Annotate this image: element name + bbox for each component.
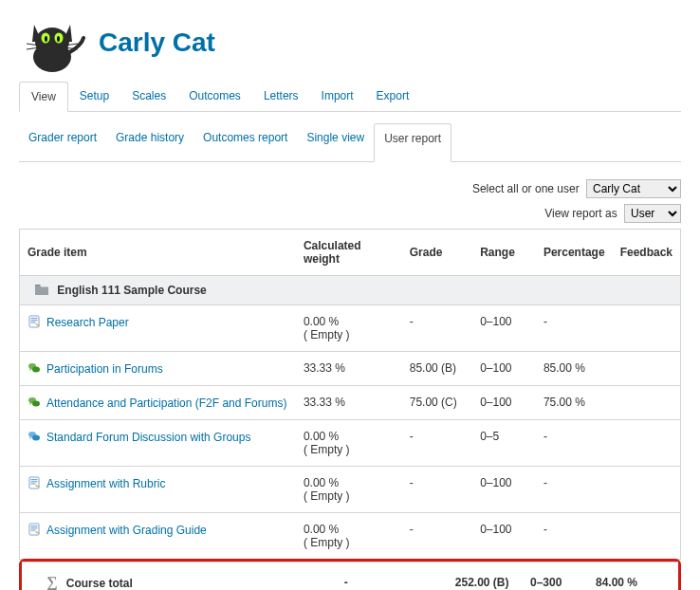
svg-rect-12 [31,320,38,321]
course-total-label: Course total [66,577,133,590]
grade-item-link[interactable]: Assignment with Grading Guide [46,524,207,537]
cell-weight: 33.33 % [296,352,402,386]
cell-range: 0–100 [472,467,536,513]
course-total-feedback [663,562,678,591]
table-row: Standard Forum Discussion with Groups0.0… [20,420,681,467]
tab-outcomes-report[interactable]: Outcomes report [193,123,297,152]
cell-weight: 0.00 %( Empty ) [296,305,402,352]
svg-point-15 [32,367,40,373]
assignment-icon [28,523,41,536]
forum-green-icon [28,361,41,375]
table-row: Participation in Forums33.33 %85.00 (B)0… [20,352,681,386]
grade-item-link[interactable]: Standard Forum Discussion with Groups [46,431,250,444]
forum-blue-icon [28,430,41,443]
col-weight: Calculated weight [296,230,402,276]
cell-percentage: 85.00 % [536,352,613,386]
cell-grade: - [402,420,472,467]
cell-weight: 33.33 % [296,386,402,420]
secondary-tabs: Grader report Grade history Outcomes rep… [19,112,681,162]
svg-rect-27 [31,529,36,530]
view-as-label: View report as [544,207,617,220]
tab-scales[interactable]: Scales [120,82,177,110]
table-row: Assignment with Rubric0.00 %( Empty )-0–… [20,467,681,513]
svg-rect-25 [31,525,38,526]
folder-icon [35,284,48,295]
course-total-row: ∑ Course total - 252.00 (B) 0–300 84.00 … [22,562,678,591]
svg-point-19 [32,435,40,441]
tab-user-report[interactable]: User report [374,123,451,162]
svg-rect-23 [31,483,36,484]
report-filters: Select all or one user Carly Cat View re… [19,179,681,223]
course-total-highlight: ∑ Course total - 252.00 (B) 0–300 84.00 … [19,559,681,590]
cell-percentage: 75.00 % [536,386,613,420]
view-as-dropdown[interactable]: User [624,204,681,223]
assignment-icon [28,476,41,489]
cell-percentage: - [536,467,613,513]
cell-grade: 75.00 (C) [402,386,472,420]
col-grade-item: Grade item [20,230,296,276]
table-row: Assignment with Grading Guide0.00 %( Emp… [20,513,681,560]
grade-item-link[interactable]: Participation in Forums [46,362,163,376]
primary-tabs: View Setup Scales Outcomes Letters Impor… [19,82,681,112]
cell-percentage: - [536,513,613,560]
course-total-weight: - [337,562,448,591]
page-title: Carly Cat [99,28,215,58]
cell-weight: 0.00 %( Empty ) [296,513,402,560]
select-user-dropdown[interactable]: Carly Cat [586,179,681,198]
grade-item-link[interactable]: Assignment with Rubric [46,477,165,490]
svg-point-1 [35,28,69,56]
cell-percentage: - [536,420,613,467]
cell-feedback [613,352,681,386]
svg-point-4 [45,36,47,42]
cell-feedback [613,467,681,513]
tab-grade-history[interactable]: Grade history [106,123,193,152]
grade-item-link[interactable]: Research Paper [46,316,129,329]
tab-outcomes[interactable]: Outcomes [177,82,252,110]
cell-range: 0–100 [472,352,536,386]
page-header: Carly Cat [19,9,681,76]
cell-grade: 85.00 (B) [402,352,472,386]
select-user-label: Select all or one user [472,182,580,195]
category-row: English 111 Sample Course [20,276,681,305]
forum-green-icon [28,396,41,409]
course-total-range: 0–300 [523,562,588,591]
tab-view[interactable]: View [19,82,68,112]
tab-import[interactable]: Import [310,82,365,110]
svg-rect-22 [31,481,38,482]
svg-rect-13 [31,322,36,323]
col-percentage: Percentage [536,230,613,276]
cell-weight: 0.00 %( Empty ) [296,467,402,513]
course-total-grade: 252.00 (B) [448,562,523,591]
cell-grade: - [402,513,472,560]
table-header-row: Grade item Calculated weight Grade Range… [20,230,681,276]
tab-letters[interactable]: Letters [252,82,310,110]
cell-feedback [613,305,681,352]
grade-item-link[interactable]: Attendance and Participation (F2F and Fo… [46,396,286,410]
svg-rect-26 [31,527,38,528]
col-feedback: Feedback [613,230,681,276]
cell-grade: - [402,305,472,352]
svg-point-17 [32,401,40,407]
course-total-percentage: 84.00 % [588,562,663,591]
cell-feedback [613,386,681,420]
tab-export[interactable]: Export [365,82,421,110]
cell-range: 0–100 [472,386,536,420]
tab-setup[interactable]: Setup [68,82,120,110]
cell-range: 0–5 [472,420,536,467]
tab-single-view[interactable]: Single view [297,123,374,152]
table-row: Research Paper0.00 %( Empty )-0–100- [20,305,681,352]
table-row: Attendance and Participation (F2F and Fo… [20,386,681,420]
cell-weight: 0.00 %( Empty ) [296,420,402,467]
col-grade: Grade [402,230,472,276]
col-range: Range [472,230,536,276]
cell-grade: - [402,467,472,513]
svg-point-5 [57,36,60,42]
cell-feedback [613,420,681,467]
svg-rect-11 [31,318,38,319]
assignment-icon [28,315,41,328]
sigma-icon: ∑ [46,574,57,590]
tab-grader-report[interactable]: Grader report [19,123,106,152]
avatar [19,9,85,76]
cell-percentage: - [536,305,613,352]
cell-range: 0–100 [472,305,536,352]
